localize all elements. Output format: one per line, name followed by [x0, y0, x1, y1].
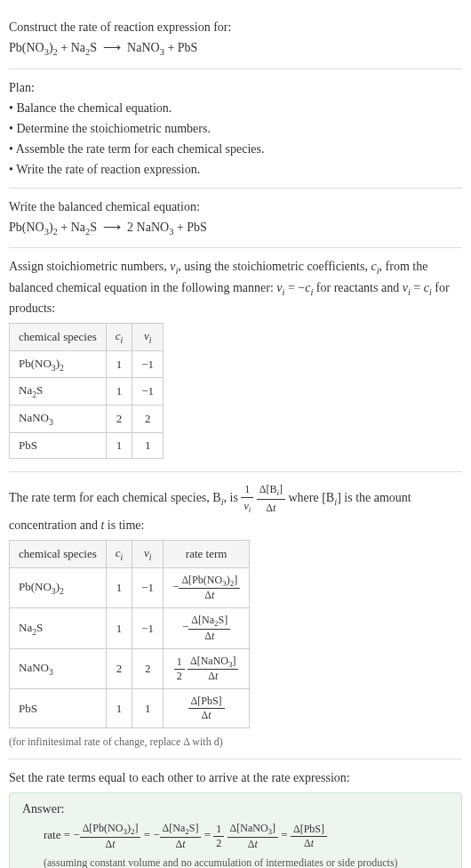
- cell-nui: 1: [132, 689, 164, 728]
- cell-ci: 1: [106, 608, 132, 648]
- table-row: PbS 1 1: [10, 432, 164, 458]
- prompt-text: Construct the rate of reaction expressio…: [9, 18, 462, 36]
- plan-item: • Write the rate of reaction expression.: [9, 160, 462, 179]
- table-row: Na2S 1 −1 −Δ[Na2S]Δt: [10, 608, 250, 648]
- col-nui: νi: [132, 324, 164, 351]
- answer-label: Answer:: [22, 802, 449, 816]
- plan-item-text: Write the rate of reaction expression.: [16, 163, 200, 176]
- cell-rate: −Δ[Na2S]Δt: [164, 608, 250, 648]
- final-section: Set the rate terms equal to each other t…: [9, 760, 462, 868]
- cell-ci: 1: [106, 432, 132, 458]
- table-row: Na2S 1 −1: [10, 378, 164, 406]
- answer-box: Answer: rate = −Δ[Pb(NO3)2]Δt = −Δ[Na2S]…: [9, 792, 462, 868]
- balanced-title: Write the balanced chemical equation:: [9, 197, 462, 216]
- col-nui: νi: [132, 541, 164, 568]
- answer-footnote: (assuming constant volume and no accumul…: [22, 856, 449, 868]
- plan-section: Plan: • Balance the chemical equation. •…: [9, 69, 462, 189]
- table-header-row: chemical species ci νi: [10, 324, 164, 351]
- plan-item-text: Determine the stoichiometric numbers.: [16, 122, 211, 135]
- rateterms-intro: The rate term for each chemical species,…: [9, 481, 462, 535]
- cell-nui: 2: [132, 405, 164, 432]
- rateterms-section: The rate term for each chemical species,…: [9, 472, 462, 760]
- cell-species: PbS: [10, 432, 107, 458]
- table-row: NaNO3 2 2 12 Δ[NaNO3]Δt: [10, 648, 250, 688]
- rateterms-footnote: (for infinitesimal rate of change, repla…: [9, 734, 462, 750]
- table-row: Pb(NO3)2 1 −1: [10, 350, 164, 378]
- cell-species: NaNO3: [10, 405, 107, 432]
- unbalanced-equation: Pb(NO3)2 + Na2S ⟶ NaNO3 + PbS: [9, 38, 462, 60]
- cell-nui: 2: [132, 648, 164, 688]
- stoich-section: Assign stoichiometric numbers, νi, using…: [9, 248, 462, 471]
- cell-nui: −1: [132, 568, 164, 608]
- col-species: chemical species: [10, 541, 107, 568]
- col-ci: ci: [106, 541, 132, 568]
- cell-ci: 1: [106, 568, 132, 608]
- stoich-table: chemical species ci νi Pb(NO3)2 1 −1 Na2…: [9, 323, 164, 458]
- cell-ci: 1: [106, 378, 132, 406]
- answer-equation: rate = −Δ[Pb(NO3)2]Δt = −Δ[Na2S]Δt = 12 …: [22, 822, 449, 850]
- plan-item: • Determine the stoichiometric numbers.: [9, 119, 462, 138]
- cell-nui: −1: [132, 608, 164, 648]
- plan-item-text: Balance the chemical equation.: [16, 101, 172, 115]
- cell-rate: Δ[PbS]Δt: [164, 689, 250, 728]
- final-intro: Set the rate terms equal to each other t…: [9, 768, 462, 787]
- cell-species: PbS: [10, 689, 107, 728]
- cell-ci: 1: [106, 350, 132, 378]
- prompt-section: Construct the rate of reaction expressio…: [9, 9, 462, 69]
- table-row: NaNO3 2 2: [10, 405, 164, 432]
- table-header-row: chemical species ci νi rate term: [10, 541, 250, 568]
- plan-item: • Balance the chemical equation.: [9, 99, 462, 117]
- table-row: Pb(NO3)2 1 −1 −Δ[Pb(NO3)2]Δt: [10, 568, 250, 608]
- cell-species: Pb(NO3)2: [10, 350, 107, 378]
- cell-ci: 2: [106, 405, 132, 432]
- cell-species: Pb(NO3)2: [10, 568, 107, 608]
- balanced-equation: Pb(NO3)2 + Na2S ⟶ 2 NaNO3 + PbS: [9, 218, 462, 239]
- balanced-section: Write the balanced chemical equation: Pb…: [9, 189, 462, 249]
- cell-rate: 12 Δ[NaNO3]Δt: [164, 648, 250, 688]
- col-rate: rate term: [164, 541, 250, 568]
- plan-item-text: Assemble the rate term for each chemical…: [16, 142, 265, 156]
- cell-species: NaNO3: [10, 648, 107, 688]
- rateterms-table: chemical species ci νi rate term Pb(NO3)…: [9, 540, 250, 728]
- cell-nui: 1: [132, 432, 164, 458]
- plan-item: • Assemble the rate term for each chemic…: [9, 140, 462, 158]
- cell-ci: 1: [106, 689, 132, 728]
- cell-nui: −1: [132, 378, 164, 406]
- cell-species: Na2S: [10, 608, 107, 648]
- cell-ci: 2: [106, 648, 132, 688]
- plan-title: Plan:: [9, 78, 462, 97]
- stoich-intro: Assign stoichiometric numbers, νi, using…: [9, 257, 462, 317]
- col-ci: ci: [106, 324, 132, 351]
- cell-nui: −1: [132, 350, 164, 378]
- col-species: chemical species: [10, 324, 107, 351]
- cell-rate: −Δ[Pb(NO3)2]Δt: [164, 568, 250, 608]
- cell-species: Na2S: [10, 378, 107, 406]
- table-row: PbS 1 1 Δ[PbS]Δt: [10, 689, 250, 728]
